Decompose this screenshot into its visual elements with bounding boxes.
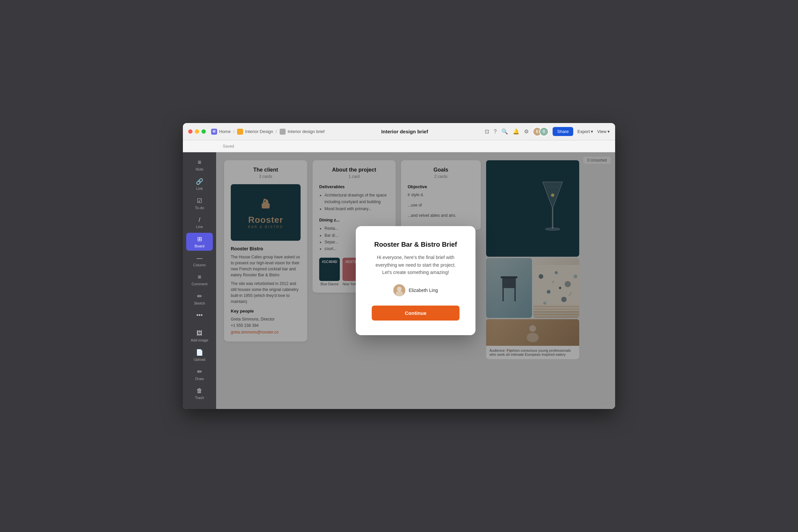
comment-icon: ≡ (198, 274, 202, 281)
sidebar-bottom: 🖼 Add image 📄 Upload ✏ Draw 🗑 Trash (186, 327, 213, 405)
saved-label: Saved (223, 144, 234, 149)
home-icon: M (211, 129, 217, 135)
export-chevron-icon: ▾ (591, 129, 593, 134)
help-icon[interactable]: ? (494, 129, 497, 135)
sidebar-item-board[interactable]: ⊞ Board (186, 233, 213, 251)
sidebar-item-note[interactable]: ≡ Note (186, 156, 213, 174)
settings-icon[interactable]: ⚙ (524, 128, 529, 135)
main-area: ≡ Note 🔗 Link ☑ To-do / Line ⊞ Board — C… (183, 152, 615, 409)
device-icon[interactable]: ⊡ (485, 128, 489, 135)
breadcrumb-home[interactable]: M Home (211, 129, 231, 135)
share-button[interactable]: Share (553, 127, 573, 136)
link-icon: 🔗 (196, 178, 203, 185)
sidebar-item-link[interactable]: 🔗 Link (186, 175, 213, 193)
sidebar-item-add-image[interactable]: 🖼 Add image (186, 327, 213, 345)
board-icon: ⊞ (197, 235, 202, 243)
sidebar-item-todo[interactable]: ☑ To-do (186, 194, 213, 212)
modal-title: Rooster Bar & Bistro Brief (372, 241, 459, 248)
minimize-button[interactable] (195, 129, 199, 134)
sidebar-item-more[interactable]: ••• (186, 309, 213, 322)
breadcrumb: M Home / Interior Design / Interior desi… (211, 129, 324, 135)
search-icon[interactable]: 🔍 (501, 128, 508, 135)
interior-design-icon (237, 129, 243, 135)
app-window: M Home / Interior Design / Interior desi… (183, 123, 615, 409)
trash-icon: 🗑 (196, 387, 203, 394)
titlebar: M Home / Interior Design / Interior desi… (183, 123, 615, 140)
sidebar-item-trash[interactable]: 🗑 Trash (186, 385, 213, 402)
sidebar: ≡ Note 🔗 Link ☑ To-do / Line ⊞ Board — C… (183, 152, 216, 409)
modal-author-name: Elizabeth Ling (408, 288, 438, 293)
modal-avatar (393, 284, 405, 296)
sidebar-item-column[interactable]: — Column (186, 252, 213, 270)
titlebar-right: ⊡ ? 🔍 🔔 ⚙ E G Share Export ▾ View ▾ (485, 127, 610, 136)
modal-body: Hi everyone, here's the final brief with… (372, 254, 459, 276)
sidebar-item-sketch[interactable]: ✏ Sketch (186, 290, 213, 308)
sidebar-item-draw[interactable]: ✏ Draw (186, 365, 213, 383)
note-icon: ≡ (198, 159, 202, 166)
breadcrumb-brief[interactable]: Interior design brief (280, 129, 324, 135)
breadcrumb-home-label: Home (219, 129, 231, 134)
topbar-meta: Saved (183, 140, 615, 152)
page-title: Interior design brief (324, 129, 485, 134)
view-button[interactable]: View ▾ (597, 129, 610, 134)
upload-icon: 📄 (196, 349, 203, 356)
breadcrumb-interior-design[interactable]: Interior Design (237, 129, 273, 135)
export-button[interactable]: Export ▾ (577, 129, 593, 134)
column-icon: — (196, 255, 203, 262)
bell-icon[interactable]: 🔔 (513, 128, 519, 135)
svg-point-27 (397, 287, 402, 291)
traffic-lights (188, 129, 206, 134)
line-icon: / (198, 216, 200, 224)
breadcrumb-interior-label: Interior Design (245, 129, 273, 134)
todo-icon: ☑ (197, 197, 202, 205)
brief-icon (280, 129, 286, 135)
modal-author: Elizabeth Ling (372, 284, 459, 296)
sidebar-item-line[interactable]: / Line (186, 214, 213, 231)
modal-dialog: Rooster Bar & Bistro Brief Hi everyone, … (356, 226, 475, 335)
svg-point-28 (396, 291, 403, 296)
view-chevron-icon: ▾ (607, 129, 610, 134)
sidebar-item-comment[interactable]: ≡ Comment (186, 271, 213, 289)
avatar-group: E G (533, 127, 549, 136)
avatar-2: G (539, 127, 549, 136)
sketch-icon: ✏ (197, 292, 202, 300)
breadcrumb-sep-2: / (276, 129, 277, 134)
breadcrumb-brief-label: Interior design brief (288, 129, 324, 134)
canvas: 0 Unsorted The client 3 cards (216, 152, 615, 409)
add-image-icon: 🖼 (196, 330, 203, 337)
breadcrumb-sep-1: / (233, 129, 234, 134)
draw-icon: ✏ (197, 368, 202, 375)
titlebar-icons: ⊡ ? 🔍 🔔 ⚙ (485, 128, 529, 135)
continue-button[interactable]: Continue (372, 306, 459, 321)
more-icon: ••• (196, 312, 203, 319)
maximize-button[interactable] (202, 129, 206, 134)
sidebar-item-upload[interactable]: 📄 Upload (186, 346, 213, 364)
close-button[interactable] (188, 129, 192, 134)
modal-overlay: Rooster Bar & Bistro Brief Hi everyone, … (216, 152, 615, 409)
